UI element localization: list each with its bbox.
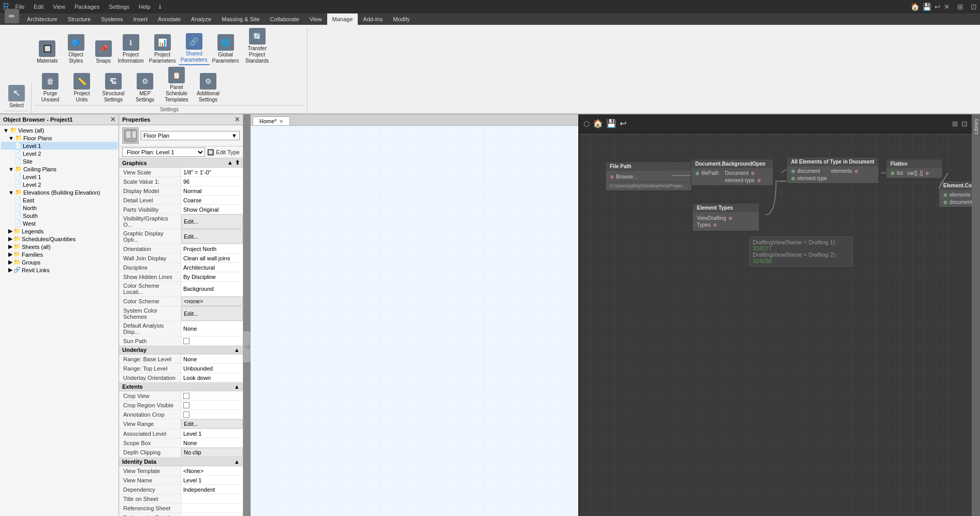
- sun-path-checkbox[interactable]: [183, 338, 189, 344]
- value-ref-detail[interactable]: [181, 513, 243, 516]
- materials-button[interactable]: 🔲 Materials: [35, 39, 60, 65]
- tab-annotate[interactable]: Annotate: [153, 13, 186, 25]
- dynamo-node-flatten[interactable]: Flatten list var[]..[]: [886, 159, 943, 179]
- value-view-name[interactable]: Level 1: [181, 476, 243, 484]
- properties-close[interactable]: ✕: [235, 116, 240, 123]
- snaps-button[interactable]: 📌 Snaps: [92, 39, 115, 65]
- tree-item-west[interactable]: 📄 West: [1, 219, 118, 227]
- tab-manage[interactable]: Manage: [327, 13, 358, 25]
- value-display-model[interactable]: Normal: [181, 186, 243, 195]
- tree-item-groups[interactable]: ▶ 📁 Groups: [1, 258, 118, 266]
- dynamo-node-element-types[interactable]: Element Types ViewDrafting Types: [692, 203, 759, 231]
- tree-item-sheets[interactable]: ▶ 📁 Sheets (all): [1, 243, 118, 250]
- section-graphics-collapse[interactable]: ▲: [227, 159, 233, 166]
- dynamo-home-btn[interactable]: 🏠: [593, 119, 603, 128]
- tab-analyze[interactable]: Analyze: [186, 13, 216, 25]
- tree-item-site[interactable]: 📄 Site: [1, 157, 118, 165]
- value-orientation[interactable]: Project North: [181, 244, 243, 253]
- value-scope-box[interactable]: None: [181, 438, 243, 447]
- annotation-crop-checkbox[interactable]: [183, 411, 189, 418]
- menu-help[interactable]: Help: [136, 3, 154, 11]
- tree-item-ceiling-plans[interactable]: ▼ 📁 Ceiling Plans: [1, 165, 118, 173]
- value-dependency[interactable]: Independent: [181, 485, 243, 494]
- crop-view-checkbox[interactable]: [183, 393, 189, 399]
- value-underlay-orient[interactable]: Look down: [181, 373, 243, 382]
- mep-settings-button[interactable]: ⚙ MEP Settings: [129, 72, 160, 104]
- nav-collapse-button[interactable]: ◁: [243, 331, 251, 362]
- library-label[interactable]: Library: [973, 119, 979, 135]
- dynamo-node-all-elements[interactable]: All Elements of Type in Document documen…: [786, 157, 879, 184]
- menu-edit[interactable]: Edit: [31, 3, 47, 11]
- section-extents-collapse[interactable]: ▲: [234, 384, 240, 390]
- tree-item-floor-plans[interactable]: ▼ 📁 Floor Plans: [1, 134, 118, 142]
- tab-collaborate[interactable]: Collaborate: [265, 13, 304, 25]
- project-units-button[interactable]: 📏 Project Units: [66, 72, 97, 104]
- value-graphic-display[interactable]: Edit...: [181, 229, 243, 244]
- value-discipline[interactable]: Architectural: [181, 263, 243, 272]
- value-detail-level[interactable]: Coarse: [181, 196, 243, 204]
- tree-item-ceiling-level2[interactable]: 📄 Level 2: [1, 181, 118, 188]
- section-underlay-collapse[interactable]: ▲: [234, 347, 240, 353]
- select-button[interactable]: ↖ Select: [5, 84, 28, 110]
- section-identity[interactable]: Identity Data ▲: [119, 458, 243, 466]
- section-underlay[interactable]: Underlay ▲: [119, 346, 243, 355]
- panel-schedule-button[interactable]: 📋 Panel Schedule Templates: [161, 66, 192, 104]
- value-color-scheme-loc[interactable]: Background: [181, 282, 243, 296]
- tree-item-north[interactable]: 📄 North: [1, 204, 118, 212]
- view-tab-home[interactable]: Home* ✕: [253, 116, 290, 125]
- crop-region-checkbox[interactable]: [183, 402, 189, 408]
- tree-item-south[interactable]: 📄 South: [1, 212, 118, 219]
- project-info-button[interactable]: ℹ Project Information: [115, 33, 147, 65]
- value-title-sheet[interactable]: [181, 494, 243, 503]
- tree-item-revit-links[interactable]: ▶ 🔗 Revit Links: [1, 266, 118, 274]
- tree-item-views-all[interactable]: ▼ 📁 Views (all): [1, 126, 118, 134]
- menu-view[interactable]: View: [50, 3, 68, 11]
- dynamo-save-btn[interactable]: 💾: [606, 119, 617, 128]
- value-crop-view[interactable]: [181, 391, 243, 400]
- value-analysis-disp[interactable]: None: [181, 321, 243, 336]
- value-parts-visibility[interactable]: Show Original: [181, 205, 243, 214]
- object-browser-close[interactable]: ✕: [110, 116, 115, 123]
- tab-modify[interactable]: Modify: [388, 13, 415, 25]
- value-show-hidden[interactable]: By Discipline: [181, 272, 243, 281]
- view-select-input[interactable]: Floor Plan: Level 1: [122, 148, 205, 157]
- transfer-standards-button[interactable]: 🔄 Transfer Project Standards: [242, 27, 273, 65]
- section-graphics[interactable]: Graphics ▲ ⬆: [119, 158, 243, 168]
- value-assoc-level[interactable]: Level 1: [181, 429, 243, 438]
- additional-settings-button[interactable]: ⚙ Additional Settings: [193, 72, 224, 104]
- tree-item-elevations[interactable]: ▼ 📁 Elevations (Building Elevation): [1, 188, 118, 196]
- value-wall-join[interactable]: Clean all wall joins: [181, 254, 243, 262]
- value-scale-value[interactable]: 96: [181, 177, 243, 186]
- value-base-level[interactable]: None: [181, 355, 243, 363]
- purge-unused-button[interactable]: 🗑 Purge Unused: [35, 72, 66, 104]
- tree-item-families[interactable]: ▶ 📁 Families: [1, 250, 118, 258]
- value-depth-clipping[interactable]: No clip: [181, 448, 243, 457]
- tab-insert[interactable]: Insert: [128, 13, 153, 25]
- dynamo-close-icon[interactable]: ✕: [944, 3, 950, 11]
- tree-item-schedules[interactable]: ▶ 📁 Schedules/Quantities: [1, 235, 118, 243]
- section-graphics-scroll[interactable]: ⬆: [235, 159, 240, 166]
- shared-params-button[interactable]: 🔗 Shared Parameters: [179, 32, 210, 65]
- project-params-button[interactable]: 📊 Project Parameters: [147, 33, 178, 65]
- tab-systems[interactable]: Systems: [96, 13, 128, 25]
- menu-settings[interactable]: Settings: [106, 3, 133, 11]
- global-params-button[interactable]: 🌐 Global Parameters: [210, 33, 241, 65]
- dynamo-undo-btn[interactable]: ↩: [620, 119, 626, 128]
- tab-architecture[interactable]: Architecture: [22, 13, 63, 25]
- dynamo-canvas[interactable]: File Path Browse... C:\Users\pdmp\Deskto…: [579, 133, 972, 516]
- tab-structure[interactable]: Structure: [63, 13, 96, 25]
- tree-item-east[interactable]: 📄 East: [1, 196, 118, 204]
- structural-settings-button[interactable]: 🏗 Structural Settings: [98, 72, 129, 104]
- dynamo-node-copy-doc[interactable]: Element.CopyFromDocument elements docume…: [939, 181, 972, 208]
- dynamo-undo-icon[interactable]: ↩: [934, 3, 941, 11]
- section-identity-collapse[interactable]: ▲: [234, 459, 240, 465]
- tab-massing[interactable]: Massing & Site: [216, 13, 265, 25]
- value-view-template[interactable]: <None>: [181, 466, 243, 475]
- dynamo-home-icon[interactable]: 🏠: [911, 3, 919, 11]
- value-ref-sheet[interactable]: [181, 504, 243, 512]
- tree-item-legends[interactable]: ▶ 📁 Legends: [1, 227, 118, 235]
- value-top-level[interactable]: Unbounded: [181, 364, 243, 373]
- dynamo-node-doc-bg-open[interactable]: Document.BackgroundOpen filePath Documen…: [691, 159, 773, 186]
- menu-packages[interactable]: Packages: [71, 3, 103, 11]
- dynamo-node-file-path[interactable]: File Path Browse... C:\Users\pdmp\Deskto…: [605, 161, 692, 191]
